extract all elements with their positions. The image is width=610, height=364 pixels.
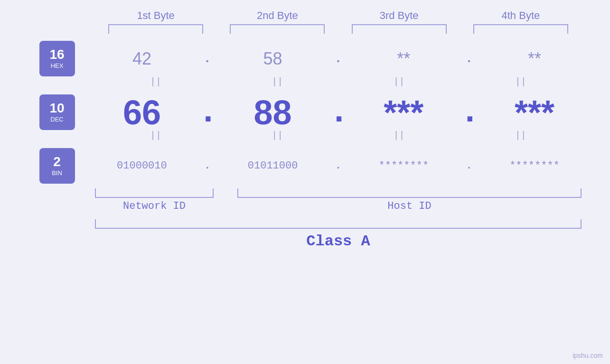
bin-row: 2 BIN 01000010 . 01011000 . ******** . *… bbox=[0, 148, 610, 184]
hex-base-col: 16 HEX bbox=[24, 41, 90, 76]
dec-val-1: 66 bbox=[94, 95, 189, 130]
bin-dot-1: . bbox=[198, 160, 217, 172]
dec-dot-1: . bbox=[198, 95, 217, 130]
network-id-bracket bbox=[95, 188, 214, 198]
eq2-4: || bbox=[473, 130, 568, 141]
eq-3: || bbox=[352, 76, 447, 87]
top-bracket-row bbox=[66, 24, 610, 34]
host-id-section: Host ID bbox=[237, 188, 582, 212]
bin-val-1: 01000010 bbox=[94, 160, 189, 172]
dec-base-label: 10 DEC bbox=[39, 94, 75, 130]
dec-base-col: 10 DEC bbox=[24, 94, 90, 130]
hex-dot-3: . bbox=[460, 51, 479, 66]
bracket-byte-1 bbox=[108, 24, 203, 34]
bracket-spacer-1 bbox=[214, 188, 237, 212]
byte-header-1: 1st Byte bbox=[108, 9, 203, 22]
dec-base-num: 10 bbox=[49, 102, 64, 115]
equals-row-1: || || || || bbox=[66, 76, 610, 87]
bracket-byte-4 bbox=[473, 24, 568, 34]
full-bracket bbox=[95, 219, 582, 229]
byte-header-3: 3rd Byte bbox=[352, 9, 447, 22]
hex-dot-1: . bbox=[198, 51, 217, 66]
bin-dot-2: . bbox=[328, 160, 347, 172]
hex-base-label: 16 HEX bbox=[39, 41, 75, 76]
eq-2: || bbox=[230, 76, 325, 87]
bin-base-num: 2 bbox=[53, 155, 61, 168]
watermark: ipshu.com bbox=[572, 352, 603, 359]
bin-base-label: 2 BIN bbox=[39, 148, 75, 184]
hex-val-3: ** bbox=[356, 49, 451, 69]
equals-row-2: || || || || bbox=[66, 130, 610, 141]
dec-val-3: *** bbox=[356, 95, 451, 130]
main-container: 1st Byte 2nd Byte 3rd Byte 4th Byte 16 H… bbox=[0, 0, 610, 364]
hex-base-text: HEX bbox=[51, 62, 64, 69]
eq-4: || bbox=[473, 76, 568, 87]
eq2-2: || bbox=[230, 130, 325, 141]
hex-val-4: ** bbox=[487, 49, 582, 69]
bracket-byte-3 bbox=[352, 24, 447, 34]
hex-val-1: 42 bbox=[94, 49, 189, 69]
bin-dot-3: . bbox=[460, 160, 479, 172]
hex-base-num: 16 bbox=[49, 48, 64, 61]
dec-base-text: DEC bbox=[50, 116, 63, 123]
bin-val-4: ******** bbox=[487, 160, 582, 172]
bracket-byte-2 bbox=[230, 24, 325, 34]
network-id-section: Network ID bbox=[95, 188, 214, 212]
bin-values: 01000010 . 01011000 . ******** . *******… bbox=[90, 160, 586, 172]
byte-header-4: 4th Byte bbox=[473, 9, 568, 22]
dec-val-2: 88 bbox=[225, 95, 320, 130]
hex-val-2: 58 bbox=[225, 49, 320, 69]
host-id-label: Host ID bbox=[237, 200, 582, 212]
dec-val-4: *** bbox=[487, 95, 582, 130]
bin-val-2: 01011000 bbox=[225, 160, 320, 172]
eq2-3: || bbox=[352, 130, 447, 141]
network-id-label: Network ID bbox=[95, 200, 214, 212]
full-bracket-row bbox=[66, 219, 610, 229]
class-label-row: Class A bbox=[66, 233, 610, 250]
dec-row: 10 DEC 66 . 88 . *** . *** bbox=[0, 94, 610, 130]
dec-dot-2: . bbox=[328, 95, 347, 130]
hex-values: 42 . 58 . ** . ** bbox=[90, 49, 586, 69]
dec-dot-3: . bbox=[460, 95, 479, 130]
hex-row: 16 HEX 42 . 58 . ** . ** bbox=[0, 41, 610, 76]
byte-header-2: 2nd Byte bbox=[230, 9, 325, 22]
bin-base-col: 2 BIN bbox=[24, 148, 90, 184]
bin-base-text: BIN bbox=[52, 169, 62, 177]
id-brackets-row: Network ID Host ID bbox=[66, 188, 610, 212]
host-id-bracket bbox=[237, 188, 582, 198]
eq2-1: || bbox=[108, 130, 203, 141]
byte-headers-row: 1st Byte 2nd Byte 3rd Byte 4th Byte bbox=[66, 9, 610, 22]
eq-1: || bbox=[108, 76, 203, 87]
dec-values: 66 . 88 . *** . *** bbox=[90, 95, 586, 130]
bin-val-3: ******** bbox=[356, 160, 451, 172]
class-label: Class A bbox=[306, 233, 370, 250]
hex-dot-2: . bbox=[328, 51, 347, 66]
